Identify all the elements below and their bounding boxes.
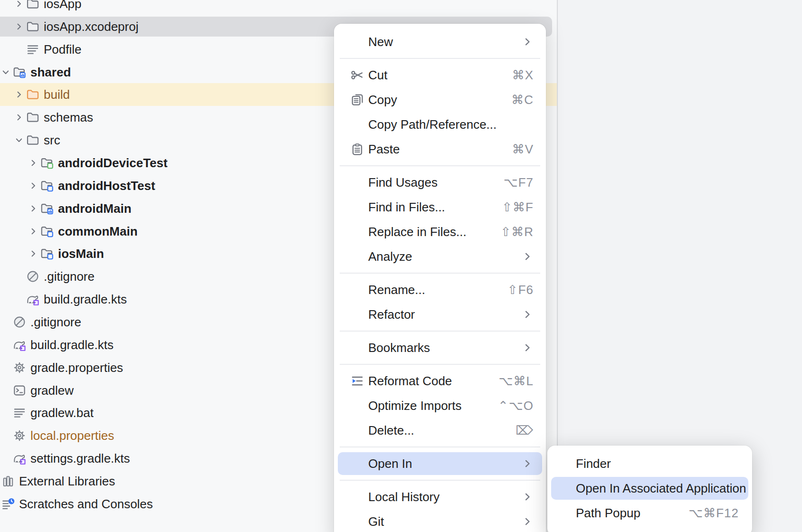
menu-item-label: Copy Path/Reference... (368, 117, 496, 132)
menu-item-shortcut: ⌥⌘L (499, 374, 534, 389)
chevron-right-icon[interactable] (28, 248, 39, 259)
open-in-submenu: FinderOpen In Associated ApplicationPath… (547, 446, 752, 532)
menu-item-optimize-imports[interactable]: Optimize Imports⌃⌥O (334, 393, 546, 418)
chevron-down-icon[interactable] (0, 66, 11, 78)
folder-icon (26, 19, 40, 34)
menu-item-label: Bookmarks (368, 341, 430, 355)
chevron-right-icon[interactable] (13, 0, 25, 10)
chevron-spacer (0, 407, 11, 418)
chevron-spacer (0, 316, 11, 328)
tree-row-iosapp[interactable]: iosApp (0, 0, 557, 15)
file-lines-icon (12, 406, 27, 420)
menu-item-analyze[interactable]: Analyze (334, 244, 546, 269)
menu-item-label: Cut (368, 68, 387, 83)
menu-item-copy-path-reference[interactable]: Copy Path/Reference... (334, 112, 546, 137)
context-menu: NewCut⌘XCopy⌘CCopy Path/Reference...Past… (334, 24, 546, 532)
menu-item-label: Local History (368, 490, 439, 504)
library-icon (1, 474, 15, 488)
tree-row-label: External Libraries (19, 474, 115, 489)
ignore-icon (12, 315, 27, 329)
menu-item-delete[interactable]: Delete...⌦ (334, 418, 546, 443)
gradle-icon (12, 451, 27, 466)
folder-module-icon (40, 201, 54, 216)
folder-icon (26, 110, 40, 124)
chevron-down-icon[interactable] (13, 134, 25, 146)
tree-row-label: commonMain (58, 224, 138, 239)
menu-item-label: Replace in Files... (368, 225, 467, 239)
submenu-arrow-icon (521, 491, 534, 503)
menu-item-shortcut: ⌥⌘F12 (688, 506, 739, 521)
ignore-icon (26, 269, 40, 284)
chevron-right-icon[interactable] (13, 21, 25, 32)
copy-icon (350, 93, 368, 107)
menu-item-find-usages[interactable]: Find Usages⌥F7 (334, 170, 546, 195)
chevron-right-icon[interactable] (28, 157, 39, 169)
submenu-arrow-icon (521, 457, 534, 470)
tree-row-label: Scratches and Consoles (19, 497, 153, 512)
tree-row-label: schemas (44, 110, 93, 125)
tree-row-label: iosApp (44, 0, 82, 11)
menu-item-label: Find Usages (368, 175, 438, 190)
menu-item-refactor[interactable]: Refactor (334, 302, 546, 327)
menu-item-shortcut: ⇧F6 (507, 283, 534, 297)
tree-row-label: build (44, 87, 70, 102)
folder-badge-blue-icon (40, 179, 54, 193)
menu-item-label: Find in Files... (368, 200, 445, 215)
chevron-right-icon[interactable] (13, 112, 25, 123)
menu-item-reformat-code[interactable]: Reformat Code⌥⌘L (334, 369, 546, 393)
chevron-spacer (0, 430, 11, 441)
menu-item-label: Optimize Imports (368, 399, 462, 413)
menu-item-bookmarks[interactable]: Bookmarks (334, 335, 546, 360)
menu-separator (340, 446, 540, 447)
menu-item-path-popup[interactable]: Path Popup⌥⌘F12 (547, 501, 752, 525)
submenu-arrow-icon (521, 250, 534, 263)
menu-item-label: Open In (368, 456, 412, 471)
tree-row-label: gradlew.bat (30, 406, 94, 420)
tree-row-label: build.gradle.kts (30, 338, 114, 352)
menu-item-copy[interactable]: Copy⌘C (334, 87, 546, 112)
menu-item-new[interactable]: New (334, 29, 546, 54)
folder-badge-blue-icon (40, 247, 54, 261)
gear-icon (12, 428, 27, 443)
chevron-right-icon[interactable] (13, 89, 25, 100)
menu-item-rename[interactable]: Rename...⇧F6 (334, 277, 546, 302)
chevron-spacer (0, 362, 11, 373)
chevron-spacer (13, 44, 25, 55)
menu-item-shortcut: ⌦ (516, 423, 534, 438)
tree-row-label: src (44, 133, 60, 148)
tree-row-label: androidDeviceTest (58, 156, 168, 171)
submenu-arrow-icon (521, 515, 534, 528)
menu-item-shortcut: ⌘V (512, 142, 534, 157)
gradle-icon (12, 338, 27, 352)
chevron-spacer (0, 385, 11, 396)
menu-item-find-in-files[interactable]: Find in Files...⇧⌘F (334, 195, 546, 219)
chevron-right-icon[interactable] (28, 203, 39, 214)
menu-item-git[interactable]: Git (334, 509, 546, 532)
tree-row-label: gradlew (30, 383, 74, 398)
chevron-right-icon[interactable] (28, 226, 39, 237)
menu-item-cut[interactable]: Cut⌘X (334, 63, 546, 87)
chevron-right-icon[interactable] (28, 180, 39, 191)
menu-item-open-in-associated-application[interactable]: Open In Associated Application (547, 476, 752, 501)
scratches-icon (1, 497, 15, 511)
chevron-spacer (13, 294, 25, 305)
menu-separator (340, 273, 540, 274)
menu-item-label: Paste (368, 142, 400, 157)
tree-row-label: settings.gradle.kts (30, 451, 130, 466)
menu-item-label: Reformat Code (368, 374, 452, 389)
menu-item-shortcut: ⌘X (512, 68, 534, 83)
menu-item-local-history[interactable]: Local History (334, 484, 546, 509)
menu-item-replace-in-files[interactable]: Replace in Files...⇧⌘R (334, 219, 546, 244)
menu-item-open-in[interactable]: Open In (334, 451, 546, 476)
paste-icon (350, 142, 368, 156)
ide-screenshot: { "colors":{ "panel_bg":"#f7f8f9","edito… (0, 0, 802, 532)
menu-item-paste[interactable]: Paste⌘V (334, 137, 546, 162)
tree-row-label: iosMain (58, 247, 104, 261)
menu-item-finder[interactable]: Finder (547, 451, 752, 476)
chevron-spacer (13, 271, 25, 282)
folder-module-icon (12, 65, 27, 79)
tree-row-label: Podfile (44, 42, 82, 57)
tree-row-label: shared (30, 65, 71, 80)
tree-row-label: build.gradle.kts (44, 292, 127, 307)
tree-row-label: gradle.properties (30, 361, 123, 375)
